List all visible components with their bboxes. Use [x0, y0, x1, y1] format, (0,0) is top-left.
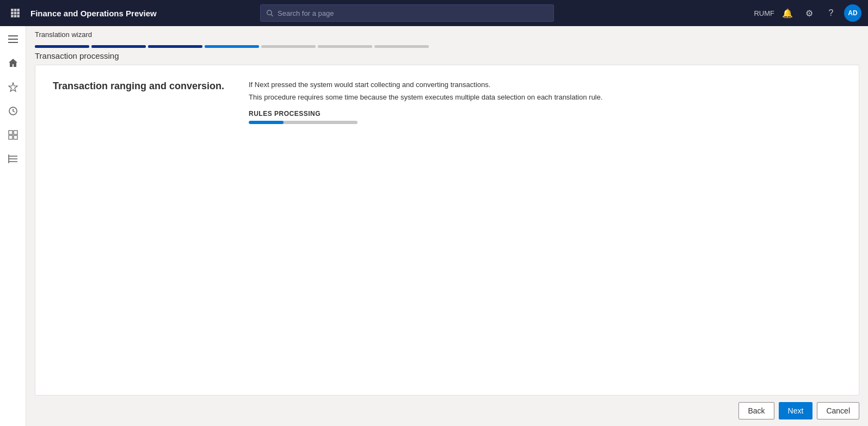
cancel-button[interactable]: Cancel — [817, 402, 859, 419]
section-title: Transaction processing — [26, 50, 868, 65]
main-card: Transaction ranging and conversion. If N… — [35, 65, 859, 396]
star-icon — [8, 82, 18, 92]
card-description-2: This procedure requires some time becaus… — [249, 93, 841, 101]
svg-rect-16 — [14, 131, 17, 134]
wizard-step-6 — [318, 45, 372, 48]
sidebar-item-favorites[interactable] — [2, 76, 24, 98]
svg-rect-12 — [8, 39, 18, 40]
sidebar-item-menu[interactable] — [2, 28, 24, 50]
settings-button[interactable]: ⚙ — [801, 4, 818, 22]
svg-rect-1 — [14, 9, 17, 11]
svg-rect-2 — [17, 9, 20, 11]
svg-rect-8 — [17, 15, 20, 17]
footer: Back Next Cancel — [26, 396, 868, 426]
svg-rect-6 — [11, 15, 14, 17]
search-icon — [266, 9, 273, 17]
help-button[interactable]: ? — [822, 4, 840, 22]
home-icon — [8, 58, 18, 68]
card-inner: Transaction ranging and conversion. If N… — [53, 81, 841, 124]
back-button[interactable]: Back — [738, 402, 774, 419]
wizard-step-5 — [261, 45, 316, 48]
sidebar-item-home[interactable] — [2, 52, 24, 74]
svg-rect-7 — [14, 15, 17, 17]
svg-rect-17 — [9, 135, 13, 139]
wizard-step-1 — [35, 45, 89, 48]
sidebar — [0, 26, 26, 426]
wizard-step-2 — [91, 45, 146, 48]
nav-right-section: RUMF 🔔 ⚙ ? AD — [754, 4, 861, 22]
clock-icon — [8, 106, 18, 116]
svg-point-9 — [267, 10, 271, 15]
search-bar[interactable] — [260, 4, 554, 22]
layout: Translation wizard Transaction processin… — [0, 26, 868, 426]
modules-icon — [8, 154, 18, 164]
card-right: If Next pressed the system would start c… — [249, 81, 841, 124]
card-title: Transaction ranging and conversion. — [53, 81, 227, 92]
wizard-step-4 — [205, 45, 259, 48]
svg-rect-13 — [8, 42, 18, 43]
svg-line-10 — [271, 15, 273, 16]
sidebar-item-recent[interactable] — [2, 100, 24, 122]
wizard-steps — [26, 41, 868, 50]
wizard-step-3 — [148, 45, 202, 48]
svg-rect-0 — [11, 9, 14, 11]
workspaces-icon — [8, 130, 18, 140]
svg-rect-15 — [9, 131, 13, 134]
sidebar-item-workspaces[interactable] — [2, 124, 24, 146]
hamburger-icon — [8, 34, 18, 44]
sidebar-item-modules[interactable] — [2, 148, 24, 170]
svg-rect-5 — [17, 12, 20, 15]
svg-rect-4 — [14, 12, 17, 15]
grid-menu-icon[interactable] — [7, 4, 24, 22]
progress-bar-fill — [249, 121, 284, 124]
user-label: RUMF — [754, 9, 774, 17]
svg-rect-18 — [14, 135, 17, 139]
progress-bar-background — [249, 121, 358, 124]
main-content: Translation wizard Transaction processin… — [26, 26, 868, 426]
rules-processing-label: RULES PROCESSING — [249, 110, 841, 118]
breadcrumb: Translation wizard — [26, 26, 868, 41]
wizard-step-7 — [374, 45, 429, 48]
svg-rect-3 — [11, 12, 14, 15]
search-input[interactable] — [278, 9, 548, 17]
avatar[interactable]: AD — [844, 4, 861, 22]
app-title: Finance and Operations Preview — [30, 9, 157, 18]
next-button[interactable]: Next — [779, 402, 813, 419]
card-description-1: If Next pressed the system would start c… — [249, 81, 841, 89]
svg-rect-11 — [8, 35, 18, 36]
top-nav: Finance and Operations Preview RUMF 🔔 ⚙ … — [0, 0, 868, 26]
card-left: Transaction ranging and conversion. — [53, 81, 227, 124]
notifications-button[interactable]: 🔔 — [779, 4, 796, 22]
